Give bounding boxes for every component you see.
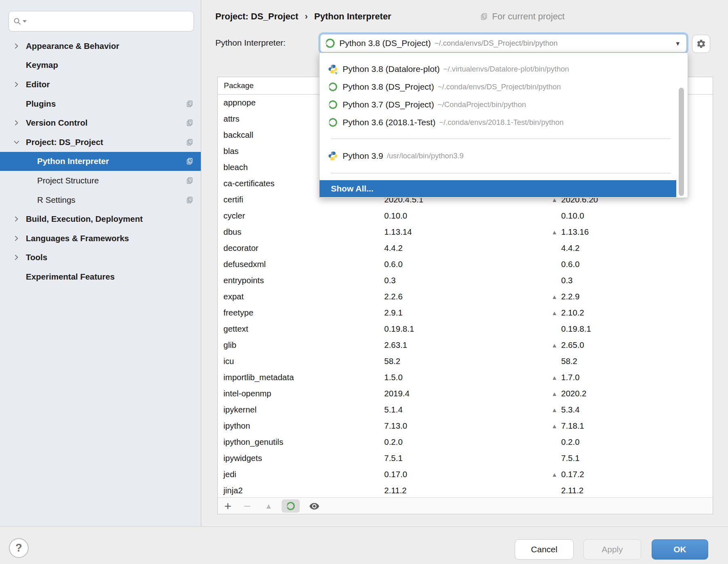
interpreter-option[interactable]: Python 3.7 (DS_Project)~/CondaProject/bi…: [320, 96, 676, 114]
upgrade-arrow-icon: ▲: [551, 406, 561, 413]
interpreter-option[interactable]: vPython 3.8 (Datalore-plot)~/.virtualenv…: [320, 60, 676, 78]
chevron-down-icon[interactable]: ▼: [675, 40, 681, 47]
package-row[interactable]: jedi0.17.0▲0.17.2: [218, 466, 713, 482]
sidebar-item-label: Python Interpreter: [0, 156, 109, 166]
package-latest: ▲0.17.2: [551, 469, 584, 479]
packages-toolbar: + − ▲: [218, 497, 713, 514]
package-version: 0.6.0: [384, 259, 403, 269]
package-version: 7.13.0: [384, 421, 407, 431]
sidebar-item-r-settings[interactable]: R Settings: [0, 190, 201, 210]
upgrade-arrow-icon: ▲: [551, 293, 561, 300]
package-version: 58.2: [384, 356, 400, 366]
dropdown-separator: [331, 173, 671, 173]
ok-button[interactable]: OK: [652, 539, 708, 560]
conda-icon: [328, 117, 338, 128]
package-name: decorator: [218, 243, 259, 253]
package-row[interactable]: jinja22.11.22.11.2: [218, 482, 713, 497]
breadcrumb-separator-icon: ›: [305, 11, 307, 22]
sidebar-item-python-interpreter[interactable]: Python Interpreter: [0, 152, 201, 171]
add-package-button[interactable]: +: [222, 498, 234, 514]
chevron-right-icon[interactable]: [13, 119, 20, 126]
use-conda-toggle-button[interactable]: [282, 499, 300, 513]
chevron-right-icon[interactable]: [13, 235, 20, 242]
sidebar-item-version-control[interactable]: Version Control: [0, 113, 201, 133]
package-name: importlib_metadata: [218, 372, 294, 382]
svg-text:v: v: [335, 70, 337, 74]
package-row[interactable]: ipykernel5.1.4▲5.3.4: [218, 402, 713, 418]
interpreter-select[interactable]: Python 3.8 (DS_Project) ~/.conda/envs/DS…: [320, 34, 687, 53]
sidebar-item-languages-frameworks[interactable]: Languages & Frameworks: [0, 229, 201, 248]
interpreter-option[interactable]: Python 3.8 (DS_Project)~/.conda/envs/DS_…: [320, 78, 676, 96]
package-latest: 0.2.0: [551, 437, 580, 447]
sidebar-item-project-structure[interactable]: Project Structure: [0, 171, 201, 190]
package-row[interactable]: cycler0.10.00.10.0: [218, 208, 713, 224]
package-latest: ▲5.3.4: [551, 405, 580, 415]
package-name: attrs: [218, 114, 240, 124]
package-row[interactable]: ipython7.13.0▲7.18.1: [218, 418, 713, 434]
package-version: 0.10.0: [384, 211, 407, 221]
show-all-option[interactable]: Show All...: [320, 180, 676, 197]
sidebar-item-keymap[interactable]: Keymap: [0, 56, 201, 75]
package-row[interactable]: expat2.2.6▲2.2.9: [218, 288, 713, 305]
package-name: ipywidgets: [218, 453, 262, 463]
cancel-button[interactable]: Cancel: [515, 539, 574, 560]
package-row[interactable]: decorator4.4.24.4.2: [218, 240, 713, 256]
package-row[interactable]: gettext0.19.8.10.19.8.1: [218, 321, 713, 337]
sidebar-item-tools[interactable]: Tools: [0, 248, 201, 267]
package-row[interactable]: intel-openmp2019.4▲2020.2: [218, 385, 713, 402]
package-name: certifi: [218, 195, 243, 204]
column-package[interactable]: Package: [224, 81, 254, 90]
chevron-right-icon[interactable]: [13, 42, 20, 50]
sidebar-item-project-ds-project[interactable]: Project: DS_Project: [0, 133, 201, 152]
settings-search-box[interactable]: [8, 11, 194, 32]
sidebar-item-appearance-behavior[interactable]: Appearance & Behavior: [0, 36, 201, 56]
sidebar-item-experimental-features[interactable]: Experimental Features: [0, 267, 201, 286]
package-name: freetype: [218, 308, 253, 318]
breadcrumb: Project: DS_Project › Python Interpreter: [215, 11, 391, 22]
package-row[interactable]: ipywidgets7.5.17.5.1: [218, 450, 713, 466]
remove-package-button[interactable]: −: [241, 498, 253, 514]
package-row[interactable]: defusedxml0.6.00.6.0: [218, 256, 713, 272]
package-row[interactable]: glib2.63.1▲2.65.0: [218, 337, 713, 353]
help-button[interactable]: ?: [9, 538, 29, 558]
search-input[interactable]: [30, 17, 189, 26]
package-latest: ▲2020.2: [551, 389, 587, 398]
package-row[interactable]: freetype2.9.1▲2.10.2: [218, 305, 713, 321]
package-row[interactable]: importlib_metadata1.5.0▲1.7.0: [218, 369, 713, 385]
chevron-right-icon[interactable]: [13, 254, 20, 261]
interpreter-dropdown: Show All... vPython 3.8 (Datalore-plot)~…: [319, 53, 688, 198]
package-version: 2.2.6: [384, 292, 403, 301]
sidebar-item-plugins[interactable]: Plugins: [0, 94, 201, 114]
chevron-right-icon[interactable]: [13, 81, 20, 88]
conda-icon: [328, 82, 338, 92]
package-row[interactable]: entrypoints0.30.3: [218, 272, 713, 288]
breadcrumb-project[interactable]: Project: DS_Project: [215, 11, 298, 22]
apply-button[interactable]: Apply: [583, 539, 641, 560]
package-latest: ▲7.18.1: [551, 421, 584, 431]
sidebar-item-label: Experimental Features: [0, 272, 115, 282]
package-name: appnope: [218, 98, 256, 107]
sidebar-item-label: R Settings: [0, 195, 76, 205]
upgrade-package-button[interactable]: ▲: [262, 498, 275, 514]
package-row[interactable]: ipython_genutils0.2.00.2.0: [218, 434, 713, 450]
sidebar-item-build-execution-deployment[interactable]: Build, Execution, Deployment: [0, 209, 201, 229]
conda-icon: [324, 38, 336, 49]
interpreter-option[interactable]: Python 3.9/usr/local/bin/python3.9: [320, 147, 676, 165]
copy-settings-icon: [186, 177, 194, 184]
package-latest: 4.4.2: [551, 243, 580, 253]
gear-button[interactable]: [692, 35, 710, 53]
chevron-right-icon[interactable]: [13, 215, 20, 223]
chevron-down-icon[interactable]: [13, 139, 20, 146]
package-version: 0.2.0: [384, 437, 403, 447]
sidebar-item-editor[interactable]: Editor: [0, 75, 201, 94]
copy-settings-icon: [186, 138, 194, 146]
interpreter-option[interactable]: Python 3.6 (2018.1-Test)~/.conda/envs/20…: [320, 114, 676, 131]
package-version: 1.5.0: [384, 372, 403, 382]
package-row[interactable]: icu58.258.2: [218, 353, 713, 369]
dropdown-scrollbar[interactable]: [679, 88, 684, 196]
upgrade-arrow-icon: ▲: [551, 374, 561, 381]
package-name: defusedxml: [218, 259, 266, 269]
show-early-releases-button[interactable]: [307, 498, 321, 514]
package-name: jinja2: [218, 486, 243, 495]
package-row[interactable]: dbus1.13.14▲1.13.16: [218, 224, 713, 240]
